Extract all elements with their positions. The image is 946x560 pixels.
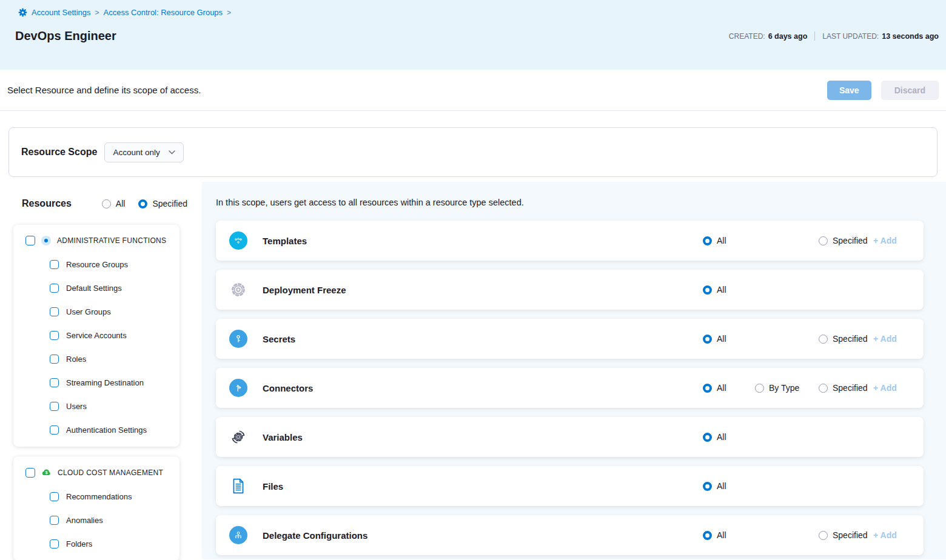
resource-scope-dropdown[interactable]: Account only [104, 142, 183, 162]
item-label: Folders [66, 539, 92, 548]
item-checkbox[interactable] [50, 307, 59, 316]
radio-icon[interactable] [819, 335, 828, 344]
connectors-radio-by-type[interactable]: By Type [755, 383, 799, 393]
item-label: Service Accounts [66, 331, 127, 340]
item-checkbox[interactable] [50, 378, 59, 387]
radio-icon[interactable] [703, 482, 712, 491]
secrets-add-link[interactable]: + Add [873, 334, 897, 344]
sidebar-item-users: Users [50, 402, 175, 411]
option-label: All [717, 481, 726, 491]
variables-radio-all[interactable]: All [703, 432, 726, 442]
resource-row-files: Files All [216, 466, 924, 506]
radio-icon[interactable] [703, 433, 712, 442]
toolbar-description: Select Resource and define its scope of … [7, 85, 201, 95]
group-cloud-cost-management: $ CLOUD COST MANAGEMENT Recommendations … [13, 456, 179, 560]
secrets-radio-specified[interactable]: Specified [819, 334, 868, 344]
chevron-right-icon: > [227, 8, 231, 17]
sidebar-item-recommendations: Recommendations [50, 492, 175, 501]
breadcrumb-account-settings[interactable]: Account Settings [32, 8, 91, 17]
radio-icon[interactable] [755, 384, 764, 393]
option-label: Specified [833, 530, 868, 540]
item-checkbox[interactable] [50, 402, 59, 411]
item-label: Authentication Settings [66, 425, 147, 435]
group-checkbox[interactable] [25, 468, 35, 478]
item-label: Roles [66, 355, 86, 364]
option-label: All [717, 383, 726, 393]
connectors-radio-all[interactable]: All [703, 383, 726, 393]
radio-icon[interactable] [703, 531, 712, 540]
delegate-configurations-icon [229, 526, 247, 544]
group-label: CLOUD COST MANAGEMENT [58, 468, 163, 477]
radio-icon[interactable] [819, 531, 828, 540]
option-label: All [717, 530, 726, 540]
resources-sidebar: Resources All Specified ADMINISTRATIVE F… [0, 182, 202, 559]
connectors-radio-specified[interactable]: Specified [819, 383, 868, 393]
templates-icon [229, 232, 247, 250]
templates-radio-all[interactable]: All [703, 236, 726, 245]
item-label: Users [66, 402, 87, 411]
item-checkbox[interactable] [50, 355, 59, 364]
radio-icon[interactable] [703, 335, 712, 344]
page-title: DevOps Engineer [15, 29, 116, 43]
radio-icon[interactable] [703, 384, 712, 393]
svg-text:$: $ [45, 470, 48, 475]
resources-radio-specified[interactable]: Specified [138, 199, 187, 208]
resources-radio-all[interactable]: All [102, 199, 126, 208]
delegate-configurations-radio-all[interactable]: All [703, 530, 726, 540]
radio-all-label: All [116, 199, 126, 208]
resource-row-deployment-freeze: Deployment Freeze All [216, 270, 924, 310]
item-label: Streaming Destination [66, 378, 144, 387]
option-label: All [717, 285, 726, 295]
divider [814, 32, 815, 41]
resource-row-variables: Variables All [216, 417, 924, 457]
connectors-icon [229, 379, 247, 397]
files-icon [229, 477, 247, 495]
created-label: CREATED: [729, 32, 765, 41]
toolbar: Select Resource and define its scope of … [0, 70, 946, 111]
item-checkbox[interactable] [50, 425, 59, 435]
group-checkbox[interactable] [25, 236, 35, 245]
option-label: All [717, 334, 726, 344]
radio-icon[interactable] [102, 199, 111, 208]
item-checkbox[interactable] [50, 492, 59, 501]
sidebar-item-roles: Roles [50, 355, 175, 364]
deployment-freeze-radio-all[interactable]: All [703, 285, 726, 295]
sidebar-item-authentication-settings: Authentication Settings [50, 425, 175, 435]
resource-row-connectors: Connectors All By Type Specified + Add [216, 368, 924, 408]
save-button[interactable]: Save [827, 81, 871, 100]
chevron-right-icon: > [95, 8, 99, 17]
files-radio-all[interactable]: All [703, 481, 726, 491]
breadcrumb-access-control[interactable]: Access Control: Resource Groups [104, 8, 223, 17]
radio-icon[interactable] [819, 236, 828, 245]
resource-scope-value: Account only [113, 148, 159, 157]
connectors-add-link[interactable]: + Add [873, 383, 897, 393]
item-checkbox[interactable] [50, 260, 59, 269]
cloud-cost-icon: $ [41, 467, 52, 478]
item-checkbox[interactable] [50, 284, 59, 293]
templates-add-link[interactable]: + Add [873, 236, 897, 245]
resource-types-panel: In this scope, users get access to all r… [202, 182, 946, 559]
templates-radio-specified[interactable]: Specified [819, 236, 868, 245]
option-label: Specified [833, 383, 868, 393]
delegate-configurations-radio-specified[interactable]: Specified [819, 530, 868, 540]
group-administrative-functions: ADMINISTRATIVE FUNCTIONS Resource Groups… [13, 225, 179, 447]
radio-icon[interactable] [703, 236, 712, 245]
resource-scope-card: Resource Scope Account only [8, 127, 938, 177]
discard-button[interactable]: Discard [881, 81, 939, 100]
item-checkbox[interactable] [50, 516, 59, 525]
sidebar-item-resource-groups: Resource Groups [50, 260, 175, 269]
sidebar-item-default-settings: Default Settings [50, 284, 175, 293]
option-label: All [717, 432, 726, 442]
delegate-configurations-add-link[interactable]: + Add [873, 530, 897, 540]
radio-icon[interactable] [703, 285, 712, 295]
meta-info: CREATED: 6 days ago LAST UPDATED: 13 sec… [729, 32, 939, 41]
radio-specified-label: Specified [152, 199, 187, 208]
item-checkbox[interactable] [50, 331, 59, 340]
item-checkbox[interactable] [50, 539, 59, 548]
radio-icon[interactable] [138, 199, 147, 208]
resource-scope-label: Resource Scope [21, 147, 97, 158]
radio-icon[interactable] [819, 384, 828, 393]
scope-description: In this scope, users get access to all r… [216, 198, 924, 207]
secrets-radio-all[interactable]: All [703, 334, 726, 344]
row-label: Templates [263, 236, 307, 246]
